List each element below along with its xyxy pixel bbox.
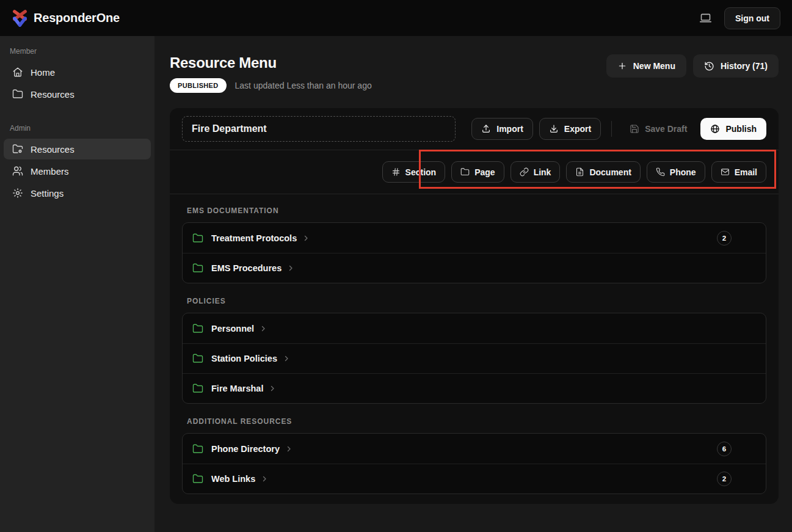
section-heading: EMS DOCUMENTATION (187, 206, 761, 215)
main-content: Resource Menu PUBLISHED Last updated Les… (154, 36, 792, 532)
add-phone-button[interactable]: Phone (647, 161, 705, 183)
chevron-right-icon (269, 385, 276, 392)
history-button[interactable]: History (71) (693, 54, 779, 78)
chevron-right-icon (302, 235, 310, 242)
export-button[interactable]: Export (539, 118, 601, 140)
menu-row-phone-directory[interactable]: Phone Directory 6 (183, 434, 766, 464)
chevron-right-icon (287, 264, 294, 272)
chevron-right-icon (283, 355, 290, 362)
sidebar-item-label: Resources (31, 89, 74, 100)
sign-out-button[interactable]: Sign out (724, 7, 780, 29)
home-icon (12, 67, 23, 78)
add-phone-label: Phone (670, 167, 696, 177)
row-label: Treatment Protocols (211, 233, 297, 243)
publish-button[interactable]: Publish (700, 118, 766, 140)
folder-icon (12, 89, 23, 100)
menu-row-ems-procedures[interactable]: EMS Procedures (183, 253, 766, 283)
section-heading: ADDITIONAL RESOURCES (187, 417, 761, 426)
device-laptop-icon[interactable] (699, 12, 712, 24)
folder-cog-icon (12, 144, 23, 155)
folder-icon (192, 233, 203, 244)
publish-label: Publish (725, 124, 757, 134)
row-label: EMS Procedures (211, 263, 282, 273)
save-draft-button[interactable]: Save Draft (622, 118, 694, 140)
section-rows: Personnel Station Policies (182, 313, 766, 404)
count-badge: 2 (717, 231, 732, 246)
sidebar-item-resources-member[interactable]: Resources (4, 84, 151, 104)
row-label: Personnel (211, 324, 254, 333)
phone-icon (656, 167, 665, 177)
history-label: History (71) (721, 61, 768, 71)
import-button[interactable]: Import (471, 118, 533, 140)
menu-row-personnel[interactable]: Personnel (183, 313, 766, 343)
save-icon (630, 124, 639, 134)
plus-icon (617, 61, 627, 71)
new-menu-label: New Menu (633, 61, 675, 71)
sidebar-group-admin-label: Admin (10, 124, 145, 133)
folder-icon (460, 167, 470, 177)
menu-row-web-links[interactable]: Web Links 2 (183, 464, 766, 494)
globe-icon (710, 124, 720, 134)
app-logo-icon (12, 9, 28, 27)
sidebar-item-label: Settings (31, 188, 64, 199)
add-page-label: Page (474, 167, 495, 177)
sidebar-item-members[interactable]: Members (4, 161, 151, 181)
brand-name: ResponderOne (34, 11, 120, 25)
count-badge: 2 (717, 472, 732, 486)
section-heading: POLICIES (187, 297, 761, 305)
add-item-toolbar: Section Page (170, 150, 779, 194)
add-section-button[interactable]: Section (382, 161, 446, 183)
upload-icon (481, 124, 491, 134)
new-menu-button[interactable]: New Menu (606, 54, 686, 78)
menu-name-input[interactable] (182, 116, 456, 142)
section-rows: Treatment Protocols 2 EMS Procedures (182, 222, 766, 283)
sidebar-item-label: Home (31, 67, 55, 78)
section-rows: Phone Directory 6 Web Links (182, 433, 766, 494)
folder-icon (192, 353, 203, 364)
add-document-button[interactable]: Document (566, 161, 640, 183)
folder-icon (192, 473, 203, 484)
folder-icon (192, 383, 203, 394)
menu-editor-panel: Import Export (170, 108, 779, 504)
add-link-button[interactable]: Link (510, 161, 561, 183)
hash-icon (391, 167, 401, 177)
sidebar-item-resources-admin[interactable]: Resources (4, 139, 151, 159)
folder-icon (192, 443, 203, 454)
row-label: Web Links (211, 474, 255, 484)
page-title: Resource Menu (170, 54, 372, 71)
add-link-label: Link (534, 167, 551, 177)
chevron-right-icon (285, 445, 292, 453)
add-email-label: Email (735, 167, 757, 177)
menu-row-station-policies[interactable]: Station Policies (183, 343, 766, 373)
sidebar-item-home[interactable]: Home (4, 62, 151, 82)
folder-icon (192, 263, 203, 274)
import-label: Import (496, 124, 523, 134)
row-label: Phone Directory (211, 444, 280, 454)
document-icon (575, 167, 584, 177)
chevron-right-icon (260, 325, 267, 332)
menu-sections: EMS DOCUMENTATION Treatment Protocols 2 (170, 194, 779, 504)
gear-icon (12, 188, 23, 199)
row-label: Fire Marshal (211, 384, 263, 393)
brand: ResponderOne (12, 9, 120, 27)
top-bar: ResponderOne Sign out (0, 0, 792, 36)
sidebar-item-settings[interactable]: Settings (4, 183, 151, 203)
sidebar-item-label: Resources (31, 144, 74, 155)
add-email-button[interactable]: Email (711, 161, 766, 183)
chevron-right-icon (261, 475, 268, 483)
add-page-button[interactable]: Page (451, 161, 504, 183)
menu-row-treatment-protocols[interactable]: Treatment Protocols 2 (183, 223, 766, 253)
menu-row-fire-marshal[interactable]: Fire Marshal (183, 373, 766, 403)
add-section-label: Section (405, 167, 437, 177)
sidebar-item-label: Members (31, 166, 69, 177)
sidebar-group-member-label: Member (10, 47, 145, 56)
divider (611, 121, 612, 137)
add-document-label: Document (589, 167, 631, 177)
users-icon (12, 166, 23, 177)
count-badge: 6 (717, 442, 732, 456)
folder-icon (192, 323, 203, 334)
link-icon (520, 167, 529, 177)
mail-icon (721, 167, 730, 177)
history-clock-icon (704, 61, 714, 71)
last-updated-text: Last updated Less than an hour ago (235, 81, 372, 90)
